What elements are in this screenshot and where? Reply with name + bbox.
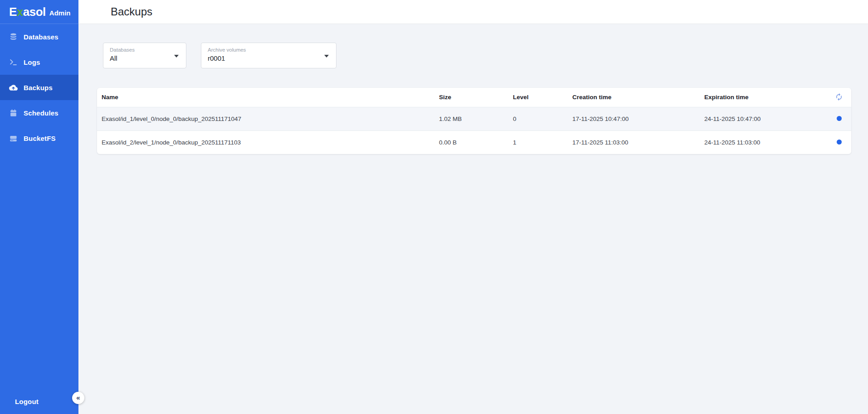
sidebar-item-backups[interactable]: Backups [0,75,78,100]
archive-volumes-select-label: Archive volumes [208,47,322,53]
table-row: Exasol/id_1/level_0/node_0/backup_202511… [97,107,851,130]
storage-icon [9,134,18,143]
logo-admin-label: Admin [49,7,71,17]
archive-volumes-select-value: r0001 [208,54,322,62]
chevrons-left-icon: « [76,394,80,401]
backup-name: Exasol/id_1/level_0/node_0/backup_202511… [97,107,434,130]
backup-level: 1 [508,130,568,154]
sidebar-item-label: Schedules [24,109,59,117]
logo-text: Exasol [9,5,46,19]
logout-button[interactable]: Logout [0,390,78,412]
backup-size: 0.00 B [434,130,508,154]
sidebar-item-label: Databases [24,33,59,41]
logo-part-asol: asol [23,5,46,19]
sidebar-item-logs[interactable]: Logs [0,49,78,75]
backups-table-card: Name Size Level Creation time Expiration… [97,88,851,154]
logout-label: Logout [15,398,39,405]
top-bar: Backups [78,0,868,24]
backup-size: 1.02 MB [434,107,508,130]
sidebar-collapse-button[interactable]: « [72,392,84,404]
backup-creation-time: 17-11-2025 11:03:00 [568,130,700,154]
sidebar-item-bucketfs[interactable]: BucketFS [0,125,78,151]
database-icon [9,33,18,41]
chevron-down-icon [324,55,329,58]
sidebar-item-label: Backups [24,84,53,91]
sidebar-item-label: BucketFS [24,135,56,142]
sidebar-nav: Databases Logs Backups [0,24,78,151]
status-dot [837,116,842,121]
page-title: Backups [111,5,152,18]
logo-part-e: E [9,5,17,19]
sidebar-item-schedules[interactable]: Schedules [0,100,78,125]
databases-select-value: All [110,54,172,62]
main-area: Backups Databases All Archive volumes r0… [78,0,868,414]
backup-creation-time: 17-11-2025 10:47:00 [568,107,700,130]
column-header-creation-time: Creation time [568,88,700,107]
terminal-icon [9,58,18,67]
sidebar: Exasol Admin Databases Logs [0,0,78,414]
column-header-refresh [827,88,851,107]
table-row: Exasol/id_2/level_1/node_0/backup_202511… [97,130,851,154]
backup-level: 0 [508,107,568,130]
cloud-upload-icon [9,83,18,92]
backup-status-cell [827,107,851,130]
databases-select-label: Databases [110,47,172,53]
column-header-name: Name [97,88,434,107]
status-dot [837,140,842,144]
content: Databases All Archive volumes r0001 [78,24,868,154]
sidebar-item-label: Logs [24,58,40,66]
logo-part-x: x [17,5,23,19]
column-header-expiration-time: Expiration time [700,88,827,107]
table-header-row: Name Size Level Creation time Expiration… [97,88,851,107]
calendar-icon [9,109,18,117]
refresh-icon [835,93,843,101]
column-header-level: Level [508,88,568,107]
column-header-size: Size [434,88,508,107]
backup-status-cell [827,130,851,154]
filters-row: Databases All Archive volumes r0001 [103,43,851,68]
sidebar-item-databases[interactable]: Databases [0,24,78,49]
databases-select[interactable]: Databases All [103,43,186,68]
archive-volumes-select[interactable]: Archive volumes r0001 [201,43,336,68]
backup-expiration-time: 24-11-2025 11:03:00 [700,130,827,154]
backups-table: Name Size Level Creation time Expiration… [97,88,851,154]
backup-expiration-time: 24-11-2025 10:47:00 [700,107,827,130]
chevron-down-icon [174,55,179,58]
backup-name: Exasol/id_2/level_1/node_0/backup_202511… [97,130,434,154]
refresh-button[interactable] [834,92,844,101]
app-logo: Exasol Admin [0,0,78,24]
